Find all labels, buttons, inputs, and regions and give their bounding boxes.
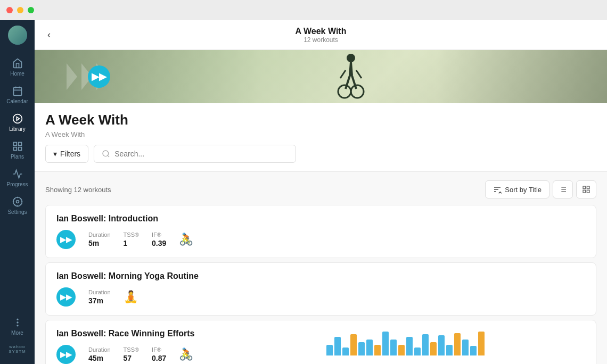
workout-chart: [326, 329, 586, 355]
svg-point-11: [17, 319, 18, 320]
progress-icon: [12, 168, 23, 180]
chart-bar: [462, 340, 469, 355]
sidebar-item-calendar[interactable]: Calendar: [0, 81, 35, 109]
workout-list-section: Showing 12 workouts So: [35, 172, 607, 364]
chart-bar: [326, 345, 333, 355]
workout-card[interactable]: Ian Boswell: Race Winning Efforts ▶▶ Dur…: [45, 320, 596, 364]
svg-rect-28: [583, 186, 586, 189]
svg-rect-29: [587, 186, 589, 189]
chart-bar: [406, 337, 413, 355]
chart-bar: [366, 340, 373, 355]
sidebar-item-home[interactable]: Home: [0, 53, 35, 81]
calendar-icon: [12, 85, 23, 97]
sidebar-more-label: More: [11, 330, 23, 336]
svg-point-13: [17, 325, 18, 326]
close-button[interactable]: [6, 7, 13, 13]
hero-banner: ▶▶: [35, 50, 607, 103]
plans-icon: [12, 140, 23, 152]
sidebar-item-library[interactable]: Library: [0, 109, 35, 136]
workout-details: ▶▶ Duration 45m TSS® 57 IF® 0: [56, 345, 316, 364]
workout-icon-badge: ▶▶: [56, 287, 76, 307]
chart-bar: [430, 342, 437, 355]
toolbar-right: Sort by Title: [485, 180, 596, 198]
sidebar-home-label: Home: [10, 71, 24, 77]
workout-card[interactable]: Ian Boswell: Morning Yoga Routine ▶▶ Dur…: [45, 262, 596, 316]
sidebar-item-progress[interactable]: Progress: [0, 164, 35, 192]
svg-rect-6: [13, 143, 17, 146]
avatar[interactable]: [8, 26, 27, 45]
workout-stat-duration: Duration 45m: [88, 346, 111, 362]
maximize-button[interactable]: [28, 7, 34, 13]
sidebar-progress-label: Progress: [6, 181, 28, 187]
chart-bar: [350, 334, 357, 355]
sidebar-item-more[interactable]: More: [0, 312, 35, 340]
workout-details: ▶▶ Duration 37m 🧘: [56, 287, 585, 307]
list-view-button[interactable]: [553, 180, 573, 198]
breadcrumb: A Week With: [45, 130, 596, 138]
svg-point-16: [351, 85, 364, 98]
sidebar-calendar-label: Calendar: [6, 98, 28, 104]
list-toolbar: Showing 12 workouts So: [45, 180, 596, 198]
svg-rect-9: [18, 147, 21, 151]
chart-bar: [374, 345, 381, 355]
workout-type-icon: 🚴: [179, 233, 193, 246]
chart-bar: [438, 335, 445, 355]
workout-card[interactable]: Ian Boswell: Introduction ▶▶ Duration 5m…: [45, 205, 596, 258]
workout-stat-if: IF® 0.39: [152, 231, 166, 247]
workout-icon-badge: ▶▶: [56, 230, 76, 249]
chart-bar: [478, 332, 485, 355]
app-container: Home Calendar Library: [0, 20, 607, 364]
header-title-group: A Week With 12 workouts: [296, 27, 347, 44]
svg-point-15: [338, 85, 351, 98]
svg-line-18: [108, 155, 109, 157]
sidebar-plans-label: Plans: [11, 154, 24, 160]
filters-button[interactable]: ▾ Filters: [45, 145, 88, 163]
workout-icon-badge: ▶▶: [56, 345, 76, 364]
svg-point-14: [347, 54, 355, 62]
filters-label: Filters: [60, 150, 80, 158]
back-button[interactable]: ‹: [43, 27, 55, 43]
hero-badge: ▶▶: [88, 65, 110, 88]
chart-bar: [342, 348, 349, 355]
svg-point-12: [17, 322, 18, 323]
workout-title: Ian Boswell: Introduction: [56, 214, 585, 224]
hero-cyclist: [335, 50, 367, 103]
svg-rect-31: [587, 190, 589, 193]
chart-bar: [414, 348, 421, 355]
sort-icon: [493, 185, 502, 194]
chart-bar: [446, 345, 453, 355]
main-content: ‹ A Week With 12 workouts: [35, 20, 607, 364]
workout-type-icon: 🚴: [179, 348, 193, 361]
content-area[interactable]: A Week With A Week With ▾ Filters: [35, 103, 607, 364]
svg-rect-7: [18, 143, 21, 146]
grid-view-button[interactable]: [576, 180, 596, 198]
svg-rect-30: [583, 190, 586, 193]
settings-icon: [12, 196, 23, 208]
search-icon: [102, 150, 110, 158]
sidebar-library-label: Library: [9, 126, 26, 132]
sidebar-item-plans[interactable]: Plans: [0, 136, 35, 164]
workout-stat-duration: Duration 37m: [88, 289, 111, 305]
svg-rect-0: [13, 87, 21, 95]
library-icon: [12, 113, 23, 125]
chart-bar: [382, 332, 389, 355]
more-icon: [12, 317, 23, 328]
showing-label: Showing 12 workouts: [45, 186, 111, 194]
chart-bar: [398, 345, 405, 355]
chart-bar: [334, 337, 341, 355]
sort-button[interactable]: Sort by Title: [485, 180, 549, 198]
svg-marker-5: [17, 117, 19, 121]
chart-bar: [454, 333, 461, 355]
workout-title: Ian Boswell: Morning Yoga Routine: [56, 271, 585, 281]
svg-point-17: [103, 151, 109, 156]
workout-stat-if: IF® 0.87: [152, 346, 166, 362]
workout-title: Ian Boswell: Race Winning Efforts: [56, 329, 316, 338]
minimize-button[interactable]: [17, 7, 23, 13]
sidebar-item-settings[interactable]: Settings: [0, 192, 35, 219]
search-input[interactable]: [114, 150, 288, 158]
chart-bar: [390, 340, 397, 355]
chart-bar: [358, 342, 365, 355]
sort-label: Sort by Title: [505, 186, 542, 194]
svg-point-10: [16, 201, 19, 203]
content-header: A Week With A Week With ▾ Filters: [35, 103, 607, 172]
